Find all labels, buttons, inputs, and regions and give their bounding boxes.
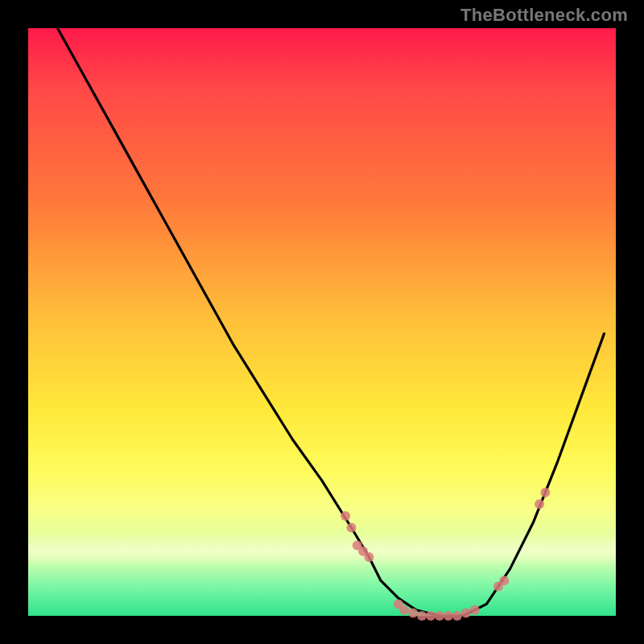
highlight-point [444, 611, 453, 621]
bottleneck-curve [58, 28, 605, 616]
chart-overlay [28, 28, 616, 616]
highlight-point [408, 608, 418, 617]
highlight-point [364, 552, 374, 562]
highlight-point [470, 605, 480, 615]
highlight-point [426, 611, 436, 621]
highlight-point [399, 605, 409, 615]
highlight-point [499, 576, 509, 585]
plot-area [28, 28, 616, 616]
watermark-label: TheBottleneck.com [460, 5, 628, 26]
highlight-point [435, 611, 444, 621]
highlight-point [535, 499, 544, 509]
highlight-point [452, 611, 462, 621]
highlight-point [341, 511, 350, 521]
highlight-point [417, 611, 427, 621]
highlight-point [347, 523, 357, 533]
highlight-point [540, 488, 550, 497]
highlight-point [461, 608, 471, 617]
chart-stage: TheBottleneck.com [0, 0, 644, 644]
